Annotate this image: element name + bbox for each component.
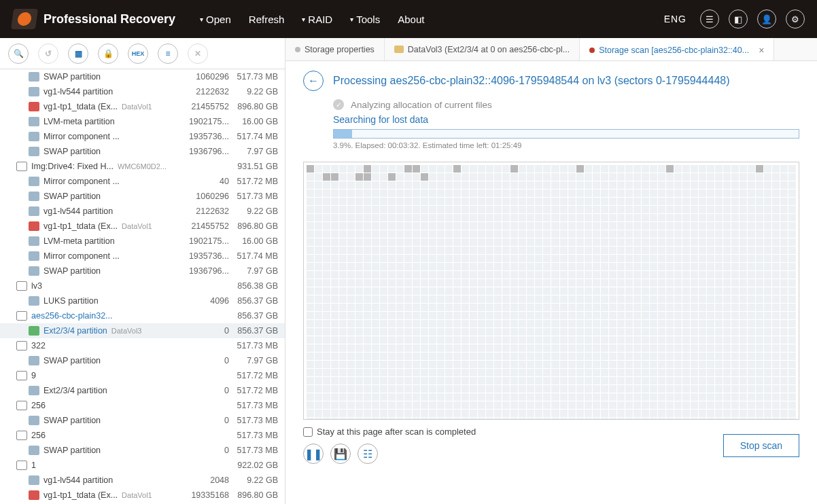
menu-refresh[interactable]: Refresh xyxy=(249,14,285,25)
language-selector[interactable]: ENG xyxy=(664,14,686,24)
tree-row[interactable]: SWAP partition1936796...7.97 GB xyxy=(0,144,285,159)
tree-row[interactable]: vg1-tp1_tdata (Ex...DataVol121455752896.… xyxy=(0,219,285,234)
row-start: 0 xyxy=(181,446,229,455)
panel-toggle-icon[interactable]: ◧ xyxy=(729,10,748,29)
tree-row[interactable]: Ext2/3/4 partition0517.72 MB xyxy=(0,383,285,398)
tree-row[interactable]: vg1-lv544 partition21226329.22 GB xyxy=(0,204,285,219)
settings-icon[interactable]: ⚙ xyxy=(786,10,805,29)
row-name: Mirror component ... xyxy=(44,251,120,261)
tree-row[interactable]: Img:Drive4: Fixed H...WMC6M0D2...931.51 … xyxy=(0,159,285,174)
row-start: 2122632 xyxy=(181,87,229,96)
step1-label: Analyzing allocation of current files xyxy=(351,100,492,110)
row-icon xyxy=(29,102,39,111)
save-button[interactable]: 💾 xyxy=(330,444,351,464)
row-start: 21455752 xyxy=(181,102,229,111)
row-name: SWAP partition xyxy=(44,147,101,156)
tree-row[interactable]: lv3856.38 GB xyxy=(0,278,285,293)
storage-tree[interactable]: SWAP partition1060296517.73 MBvg1-lv544 … xyxy=(0,69,285,504)
row-size: 517.74 MB xyxy=(229,132,278,141)
stop-scan-button[interactable]: Stop scan xyxy=(723,434,799,457)
tree-button[interactable]: ☷ xyxy=(358,444,378,464)
tab[interactable]: Storage properties xyxy=(285,38,385,60)
lock-icon[interactable]: 🔒 xyxy=(98,43,118,64)
notifications-icon[interactable]: ☰ xyxy=(700,10,719,29)
row-size: 517.72 MB xyxy=(229,371,278,380)
check-icon: ✓ xyxy=(333,99,344,110)
row-size: 856.38 GB xyxy=(229,281,278,291)
row-size: 922.02 GB xyxy=(229,461,278,470)
row-icon xyxy=(29,386,39,395)
tree-row[interactable]: LUKS partition4096856.37 GB xyxy=(0,293,285,308)
pause-button[interactable]: ❚❚ xyxy=(303,444,324,464)
row-name: Img:Drive4: Fixed H... xyxy=(31,162,114,171)
tree-row[interactable]: 9517.72 MB xyxy=(0,368,285,383)
tab[interactable]: DataVol3 (Ext2/3/4 at 0 on aes256-cbc-pl… xyxy=(385,38,580,60)
tree-row[interactable]: aes256-cbc-plain32...856.37 GB xyxy=(0,308,285,323)
tree-row[interactable]: SWAP partition1060296517.73 MB xyxy=(0,69,285,84)
row-icon xyxy=(29,147,39,156)
tree-row[interactable]: SWAP partition1060296517.73 MB xyxy=(0,189,285,204)
tree-row[interactable]: vg1-lv544 partition20489.22 GB xyxy=(0,473,285,488)
search-icon[interactable]: 🔍 xyxy=(8,43,29,64)
tree-row[interactable]: vg1-tp1_tdata (Ex...DataVol121455752896.… xyxy=(0,99,285,114)
tree-row[interactable]: Mirror component ...1935736...517.74 MB xyxy=(0,129,285,144)
row-start: 1936796... xyxy=(181,147,229,156)
row-start: 1902175... xyxy=(181,117,229,126)
tree-row[interactable]: 256517.73 MB xyxy=(0,398,285,413)
sidebar-toolbar: 🔍 ↺ ▦ 🔒 HEX ≡ ✕ xyxy=(0,38,285,69)
tree-row[interactable]: LVM-meta partition1902175...16.00 GB xyxy=(0,234,285,249)
stay-checkbox-input[interactable] xyxy=(303,427,313,437)
row-name: vg1-lv544 partition xyxy=(44,87,113,96)
scan-content: ← Processing aes256-cbc-plain32::4096-17… xyxy=(285,61,817,504)
row-name: SWAP partition xyxy=(44,192,101,201)
stay-checkbox[interactable]: Stay at this page after scan is complete… xyxy=(303,427,476,437)
menu-raid[interactable]: ▾RAID xyxy=(302,14,332,25)
tab[interactable]: Storage scan [aes256-cbc-plain32::40...× xyxy=(580,38,774,60)
tree-row[interactable]: 1922.02 GB xyxy=(0,458,285,473)
row-icon xyxy=(29,446,39,455)
row-name: SWAP partition xyxy=(44,356,101,365)
menu-about[interactable]: About xyxy=(398,14,424,25)
tree-row[interactable]: LVM-meta partition1902175...16.00 GB xyxy=(0,114,285,129)
row-start: 0 xyxy=(181,356,229,365)
tree-row[interactable]: Mirror component ...40517.72 MB xyxy=(0,174,285,189)
row-icon xyxy=(29,356,39,365)
row-icon xyxy=(29,475,39,485)
row-size: 856.37 GB xyxy=(229,296,278,306)
row-icon xyxy=(29,296,39,306)
row-name: SWAP partition xyxy=(44,72,101,82)
row-size: 517.73 MB xyxy=(229,401,278,410)
menu-open[interactable]: ▾Open xyxy=(200,14,231,25)
row-start: 4096 xyxy=(181,296,229,306)
row-size: 9.22 GB xyxy=(229,475,278,485)
row-name: Ext2/3/4 partition xyxy=(44,386,107,395)
list-icon[interactable]: ≡ xyxy=(158,43,178,64)
row-size: 517.73 MB xyxy=(229,72,278,82)
tree-row[interactable]: 256517.73 MB xyxy=(0,428,285,443)
row-size: 517.73 MB xyxy=(229,431,278,440)
close-icon[interactable]: ✕ xyxy=(188,43,208,64)
tree-row[interactable]: SWAP partition0517.73 MB xyxy=(0,443,285,458)
tree-row[interactable]: 322517.73 MB xyxy=(0,338,285,353)
tab-close-icon[interactable]: × xyxy=(759,45,764,56)
history-icon[interactable]: ↺ xyxy=(38,43,58,64)
tree-row[interactable]: Mirror component ...1935736...517.74 MB xyxy=(0,249,285,264)
hex-icon[interactable]: HEX xyxy=(128,43,148,64)
row-icon xyxy=(29,132,39,141)
row-icon xyxy=(29,206,39,216)
row-name: LVM-meta partition xyxy=(44,117,115,126)
row-start: 1935736... xyxy=(181,132,229,141)
sidebar: 🔍 ↺ ▦ 🔒 HEX ≡ ✕ SWAP partition1060296517… xyxy=(0,38,285,504)
user-icon[interactable]: 👤 xyxy=(757,10,776,29)
back-button[interactable]: ← xyxy=(303,71,324,91)
menu-tools[interactable]: ▾Tools xyxy=(350,14,380,25)
tree-row[interactable]: SWAP partition1936796...7.97 GB xyxy=(0,264,285,278)
tree-row[interactable]: SWAP partition0517.73 MB xyxy=(0,413,285,428)
grid-icon[interactable]: ▦ xyxy=(68,43,88,64)
row-size: 517.72 MB xyxy=(229,386,278,395)
tree-row[interactable]: vg1-tp1_tdata (Ex...DataVol119335168896.… xyxy=(0,488,285,503)
tree-row[interactable]: SWAP partition07.97 GB xyxy=(0,353,285,368)
row-icon xyxy=(16,431,27,440)
tree-row[interactable]: vg1-lv544 partition21226329.22 GB xyxy=(0,84,285,99)
tree-row[interactable]: Ext2/3/4 partitionDataVol30856.37 GB xyxy=(0,323,285,338)
